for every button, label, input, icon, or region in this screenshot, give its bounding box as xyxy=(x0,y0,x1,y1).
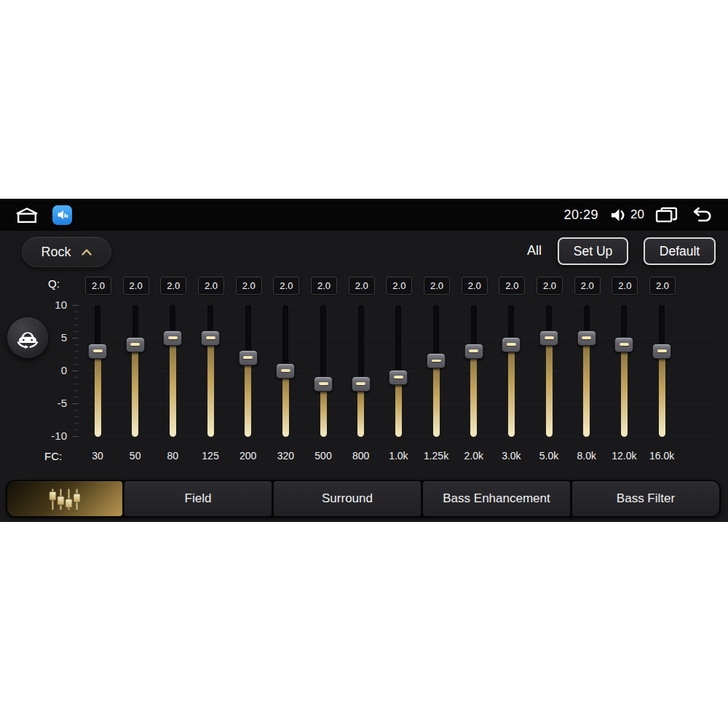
volume-level: 20 xyxy=(630,207,644,222)
preset-dropdown[interactable]: Rock xyxy=(22,237,111,267)
scale-tick xyxy=(74,351,79,352)
tab-surround[interactable]: Surround xyxy=(274,481,421,516)
slider-handle-3.0k[interactable] xyxy=(502,337,521,352)
slider-handle-800[interactable] xyxy=(352,376,371,392)
slider-fill xyxy=(357,384,364,437)
q-value-200[interactable]: 2.0 xyxy=(236,277,262,295)
scale-tick xyxy=(74,331,79,332)
scale-tick xyxy=(74,397,79,397)
preset-label: Rock xyxy=(41,245,71,260)
q-row-label: Q: xyxy=(48,277,60,290)
tab-label: Bass Filter xyxy=(617,491,675,506)
fc-row-label: FC: xyxy=(44,450,62,462)
slider-fill xyxy=(470,351,477,437)
q-value-1.25k[interactable]: 2.0 xyxy=(424,277,450,295)
gain-scale-label: -5 xyxy=(38,397,67,409)
scale-tick xyxy=(74,325,79,325)
slider-fill xyxy=(282,371,289,437)
gain-scale-label: 0 xyxy=(38,364,67,376)
scale-tick xyxy=(72,403,79,404)
tab-field[interactable]: Field xyxy=(124,481,272,516)
q-value-320[interactable]: 2.0 xyxy=(273,277,299,295)
default-button[interactable]: Default xyxy=(644,237,716,265)
q-value-800[interactable]: 2.0 xyxy=(349,277,375,295)
q-value-30[interactable]: 2.0 xyxy=(85,277,111,295)
head-unit-equalizer-screen: 20:29 20 Rock All S xyxy=(0,199,728,522)
tab-bass-enhancement[interactable]: Bass Enhancement xyxy=(423,481,570,516)
scale-tick xyxy=(74,357,79,358)
slider-handle-5.0k[interactable] xyxy=(539,331,558,346)
music-app-icon[interactable] xyxy=(52,205,72,225)
slider-handle-50[interactable] xyxy=(126,337,145,352)
slider-handle-320[interactable] xyxy=(276,363,295,379)
scale-tick xyxy=(74,384,79,384)
slider-handle-8.0k[interactable] xyxy=(577,331,596,346)
screenshot-page: 20:29 20 Rock All S xyxy=(0,0,728,728)
status-bar: 20:29 20 xyxy=(0,199,728,231)
slider-fill xyxy=(621,344,628,437)
slider-handle-1.25k[interactable] xyxy=(427,353,446,368)
scale-tick xyxy=(74,430,79,430)
chevron-up-icon xyxy=(81,248,92,256)
slider-handle-2.0k[interactable] xyxy=(464,344,483,359)
volume-icon[interactable] xyxy=(609,207,628,223)
scale-tick xyxy=(74,344,79,345)
clock: 20:29 xyxy=(564,207,599,223)
gain-scale-label: -10 xyxy=(38,430,67,442)
slider-handle-16.0k[interactable] xyxy=(652,344,671,359)
gain-scale-label: 10 xyxy=(38,298,67,311)
recent-apps-icon[interactable] xyxy=(655,206,678,223)
scale-tick xyxy=(74,423,79,424)
slider-fill xyxy=(583,338,590,437)
scale-tick xyxy=(74,364,79,365)
q-value-50[interactable]: 2.0 xyxy=(123,277,149,295)
slider-handle-1.0k[interactable] xyxy=(389,370,408,385)
slider-fill xyxy=(508,344,515,437)
tab-label: Bass Enhancement xyxy=(443,491,550,506)
car-audio-position-button[interactable] xyxy=(7,317,48,358)
q-value-12.0k[interactable]: 2.0 xyxy=(612,277,638,295)
slider-handle-30[interactable] xyxy=(88,344,107,359)
slider-fill xyxy=(245,357,251,437)
q-value-16.0k[interactable]: 2.0 xyxy=(649,277,676,295)
q-value-80[interactable]: 2.0 xyxy=(160,277,186,295)
slider-fill xyxy=(132,344,138,437)
scale-tick xyxy=(74,312,79,312)
scale-tick xyxy=(74,416,79,417)
slider-fill xyxy=(433,361,440,438)
slider-fill xyxy=(546,338,553,437)
q-value-500[interactable]: 2.0 xyxy=(311,277,337,295)
q-value-5.0k[interactable]: 2.0 xyxy=(537,277,563,295)
scale-tick xyxy=(74,377,79,378)
tab-equalizer[interactable] xyxy=(7,481,122,516)
q-value-1.0k[interactable]: 2.0 xyxy=(386,277,412,295)
slider-handle-12.0k[interactable] xyxy=(614,337,633,352)
setup-button[interactable]: Set Up xyxy=(558,237,628,265)
scale-tick xyxy=(74,410,79,411)
scale-tick xyxy=(72,338,79,339)
all-button[interactable]: All xyxy=(521,243,547,258)
home-icon[interactable] xyxy=(15,206,39,224)
q-value-2.0k[interactable]: 2.0 xyxy=(462,277,488,295)
slider-handle-200[interactable] xyxy=(239,350,258,365)
slider-fill xyxy=(395,377,402,437)
slider-fill xyxy=(659,351,665,437)
q-value-125[interactable]: 2.0 xyxy=(198,277,224,295)
slider-fill xyxy=(320,384,327,437)
slider-handle-125[interactable] xyxy=(201,331,220,346)
scale-tick xyxy=(72,436,79,437)
scale-tick xyxy=(72,305,79,306)
tab-label: Field xyxy=(185,491,212,506)
slider-fill xyxy=(207,338,214,437)
slider-handle-500[interactable] xyxy=(314,376,333,392)
q-value-8.0k[interactable]: 2.0 xyxy=(574,277,601,295)
scale-tick xyxy=(74,390,79,391)
slider-handle-80[interactable] xyxy=(163,331,182,346)
q-value-3.0k[interactable]: 2.0 xyxy=(499,277,525,295)
frequency-label: 16.0k xyxy=(638,450,685,462)
slider-fill xyxy=(95,351,101,437)
status-bar-right: 20:29 20 xyxy=(564,206,713,223)
back-icon[interactable] xyxy=(689,206,713,223)
tab-bass-filter[interactable]: Bass Filter xyxy=(572,481,719,516)
tab-label: Surround xyxy=(322,491,373,506)
